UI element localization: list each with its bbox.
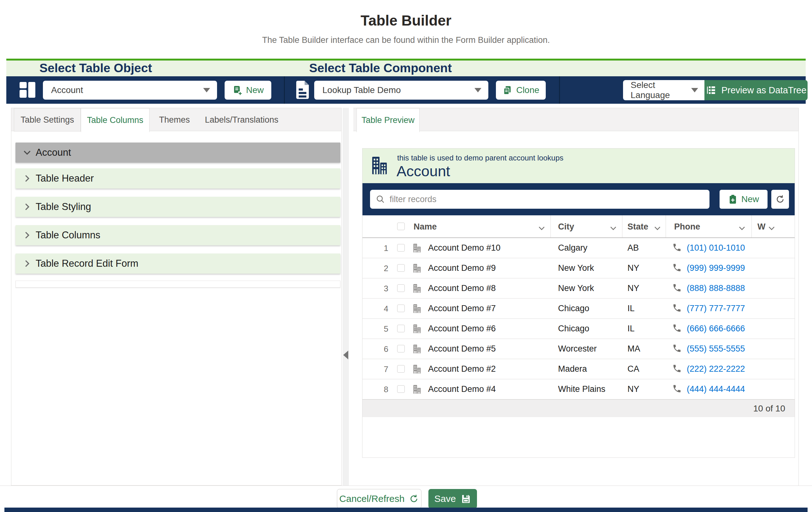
chevron-down-icon[interactable] — [767, 224, 776, 235]
table-row[interactable]: 2 Account Demo #9 New York NY (999) 999-… — [362, 258, 795, 278]
row-checkbox[interactable] — [397, 264, 405, 272]
cell-account-name[interactable]: Account Demo #4 — [428, 384, 496, 394]
clone-button[interactable]: Clone — [496, 81, 546, 100]
save-button[interactable]: Save — [428, 489, 477, 509]
chevron-down-icon[interactable] — [538, 224, 546, 235]
row-checkbox[interactable] — [397, 385, 405, 393]
chevron-down-icon[interactable] — [653, 224, 662, 235]
chevron-right-icon — [22, 174, 32, 183]
chevron-down-icon — [22, 148, 32, 157]
accordion-table-columns[interactable]: Table Columns — [16, 225, 340, 245]
tab-label: Table Preview — [361, 115, 414, 125]
column-header-state[interactable]: State — [628, 222, 648, 232]
row-number: 6 — [372, 344, 388, 354]
section-label-band: Select Table Object Select Table Compone… — [6, 59, 806, 76]
toolbar-divider — [559, 76, 560, 104]
table-row[interactable]: 1 Account Demo #10 Calgary AB (101) 010-… — [362, 238, 795, 258]
cell-phone-link[interactable]: (888) 888-8888 — [687, 283, 745, 293]
cell-account-name[interactable]: Account Demo #10 — [428, 243, 501, 253]
cell-phone-link[interactable]: (222) 222-2222 — [687, 364, 745, 374]
cell-phone-link[interactable]: (555) 555-5555 — [687, 344, 745, 354]
table-row[interactable]: 6 Account Demo #5 Worcester MA (555) 555… — [362, 339, 795, 359]
accordion-account[interactable]: Account — [16, 143, 340, 163]
cell-state: IL — [628, 324, 635, 334]
new-table-object-button[interactable]: New — [225, 81, 271, 100]
column-header-website[interactable]: W — [757, 222, 765, 232]
new-doc-icon — [232, 85, 242, 95]
cell-phone-link[interactable]: (999) 999-9999 — [687, 263, 745, 273]
cancel-refresh-button[interactable]: Cancel/Refresh — [337, 489, 422, 509]
cell-phone-link[interactable]: (666) 666-6666 — [687, 324, 745, 334]
row-checkbox[interactable] — [397, 325, 405, 332]
tab-labels-translations[interactable]: Labels/Translations — [201, 108, 283, 131]
tab-themes[interactable]: Themes — [154, 108, 195, 131]
cell-state: AB — [628, 243, 639, 253]
cell-state: NY — [628, 263, 639, 273]
column-divider — [751, 215, 752, 237]
chevron-down-icon[interactable] — [738, 224, 746, 235]
document-icon — [294, 80, 311, 101]
buildings-icon — [412, 283, 422, 295]
cell-account-name[interactable]: Account Demo #8 — [428, 283, 496, 293]
tab-label: Table Columns — [87, 115, 144, 125]
chevron-down-icon[interactable] — [609, 224, 617, 235]
row-number: 8 — [372, 385, 388, 394]
column-header-name[interactable]: Name — [413, 222, 437, 232]
tab-table-preview[interactable]: Table Preview — [356, 108, 419, 132]
toolbar-divider — [284, 76, 285, 104]
tab-table-settings[interactable]: Table Settings — [14, 108, 81, 131]
clone-icon — [502, 85, 512, 95]
table-row[interactable]: 4 Account Demo #7 Chicago IL (777) 777-7… — [362, 299, 795, 319]
cell-account-name[interactable]: Account Demo #2 — [428, 364, 496, 374]
save-icon — [461, 494, 471, 504]
row-checkbox[interactable] — [397, 345, 405, 353]
refresh-table-button[interactable] — [771, 190, 789, 209]
select-all-checkbox[interactable] — [397, 222, 405, 230]
collapse-panel-handle[interactable] — [343, 351, 348, 359]
column-header-phone[interactable]: Phone — [674, 222, 700, 232]
tab-table-columns[interactable]: Table Columns — [81, 108, 149, 132]
buildings-icon — [412, 384, 422, 396]
cell-phone-link[interactable]: (101) 010-1010 — [687, 243, 745, 253]
table-component-select[interactable]: Lookup Table Demo — [314, 81, 488, 100]
accordion-label: Table Record Edit Form — [36, 258, 139, 269]
chevron-down-icon — [203, 88, 210, 92]
accordion-label: Table Styling — [36, 201, 91, 212]
preview-as-datatree-button[interactable]: Preview as DataTree — [704, 80, 808, 100]
language-select[interactable]: Select Language — [623, 80, 704, 100]
table-row[interactable]: 5 Account Demo #6 Chicago IL (666) 666-6… — [362, 319, 795, 339]
accordion-table-header[interactable]: Table Header — [16, 168, 340, 188]
cell-city: New York — [558, 283, 594, 293]
row-checkbox[interactable] — [397, 284, 405, 292]
filter-records-searchbox[interactable] — [370, 190, 709, 209]
accordion-label: Table Header — [36, 173, 94, 184]
cell-phone-link[interactable]: (777) 777-7777 — [687, 304, 745, 313]
buildings-icon — [412, 364, 422, 375]
cell-state: NY — [628, 384, 639, 394]
row-checkbox[interactable] — [397, 305, 405, 312]
cell-account-name[interactable]: Account Demo #7 — [428, 304, 496, 313]
cell-account-name[interactable]: Account Demo #5 — [428, 344, 496, 354]
filter-records-input[interactable] — [389, 194, 704, 204]
table-builder-page: Table Builder The Table Builder interfac… — [0, 0, 812, 512]
table-row[interactable]: 7 Account Demo #2 Madera CA (222) 222-22… — [362, 359, 795, 379]
column-header-city[interactable]: City — [558, 222, 574, 232]
refresh-icon — [409, 494, 419, 504]
phone-icon — [672, 364, 682, 374]
chevron-right-icon — [22, 231, 32, 240]
cell-account-name[interactable]: Account Demo #9 — [428, 263, 496, 273]
cell-city: New York — [558, 263, 594, 273]
cell-account-name[interactable]: Account Demo #6 — [428, 324, 496, 334]
table-row[interactable]: 3 Account Demo #8 New York NY (888) 888-… — [362, 278, 795, 299]
table-object-select[interactable]: Account — [43, 81, 217, 100]
select-table-component-heading: Select Table Component — [309, 61, 452, 75]
cell-city: Chicago — [558, 304, 589, 313]
accordion-table-styling[interactable]: Table Styling — [16, 197, 340, 217]
save-label: Save — [434, 493, 456, 504]
new-record-button[interactable]: New — [720, 190, 767, 209]
cell-phone-link[interactable]: (444) 444-4444 — [687, 384, 745, 394]
row-checkbox[interactable] — [397, 365, 405, 373]
table-row[interactable]: 8 Account Demo #4 White Plains NY (444) … — [362, 379, 795, 399]
row-checkbox[interactable] — [397, 244, 405, 251]
accordion-table-record-edit-form[interactable]: Table Record Edit Form — [16, 253, 340, 274]
